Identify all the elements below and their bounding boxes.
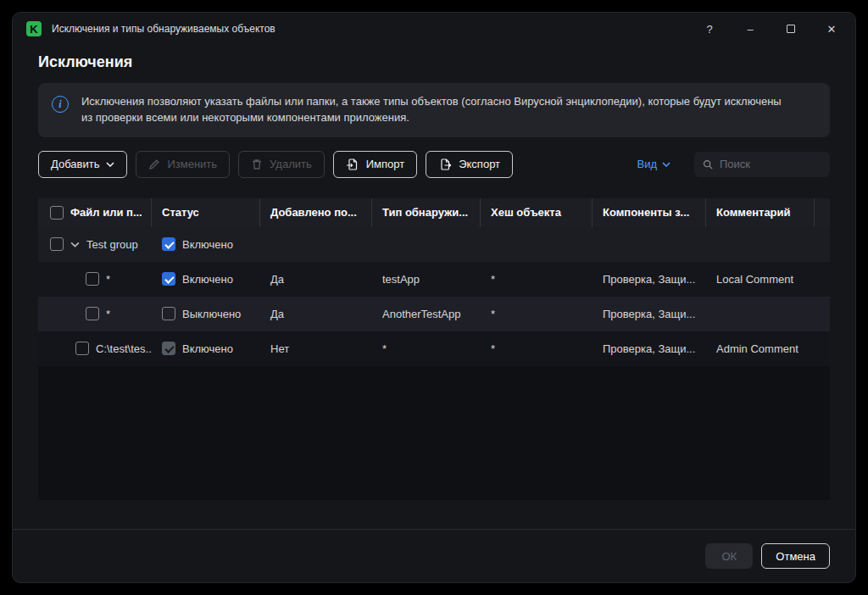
cell-comment: Admin Comment xyxy=(706,342,815,355)
view-dropdown[interactable]: Вид xyxy=(637,158,670,170)
status-label: Включено xyxy=(182,273,233,286)
maximize-icon xyxy=(787,25,795,33)
table-row[interactable]: * Выключено Да AnotherTestApp * Проверка… xyxy=(38,297,830,331)
header-comment[interactable]: Комментарий xyxy=(706,198,815,227)
search-input[interactable] xyxy=(720,158,821,170)
header-hash[interactable]: Хеш объекта xyxy=(481,198,593,227)
minimize-button[interactable]: – xyxy=(742,20,759,37)
expand-chevron-icon[interactable] xyxy=(70,242,80,247)
trash-icon xyxy=(251,158,263,170)
cell-hash: * xyxy=(481,342,593,355)
cell-added-by: Да xyxy=(260,308,372,320)
row-select-checkbox[interactable] xyxy=(86,307,99,320)
table-empty-area xyxy=(38,366,830,500)
status-checkbox[interactable] xyxy=(162,272,175,286)
status-label: Включено xyxy=(182,342,233,355)
status-checkbox[interactable] xyxy=(162,237,175,251)
cell-added-by: Да xyxy=(260,273,372,286)
maximize-button[interactable] xyxy=(782,20,799,37)
cancel-button[interactable]: Отмена xyxy=(761,543,830,569)
header-scrollbar-gutter xyxy=(815,198,830,227)
group-name: Test group xyxy=(86,238,138,251)
cell-comment: Local Comment xyxy=(706,273,815,286)
search-icon xyxy=(703,158,713,170)
cell-hash: * xyxy=(481,308,593,320)
window-controls: ? – ✕ xyxy=(701,20,840,37)
delete-button[interactable]: Удалить xyxy=(238,151,325,178)
status-checkbox[interactable] xyxy=(162,342,175,355)
status-label: Выключено xyxy=(182,308,241,320)
row-select-checkbox[interactable] xyxy=(50,237,64,251)
table-row[interactable]: C:\test\tes... Включено Нет * * Проверка… xyxy=(38,331,830,366)
footer-bar: ОК Отмена xyxy=(13,529,855,582)
window-title: Исключения и типы обнаруживаемых объекто… xyxy=(52,23,275,35)
ok-button[interactable]: ОК xyxy=(705,543,753,569)
export-icon xyxy=(438,158,452,171)
export-button[interactable]: Экспорт xyxy=(426,151,513,178)
chevron-down-icon xyxy=(106,162,114,167)
delete-button-label: Удалить xyxy=(270,158,312,170)
export-button-label: Экспорт xyxy=(459,158,500,170)
toolbar: Добавить Изменить Удалить Импорт Экспорт xyxy=(38,151,830,178)
cell-components: Проверка, Защи... xyxy=(593,273,706,286)
table-group-row[interactable]: Test group Включено xyxy=(38,227,830,262)
import-button-label: Импорт xyxy=(366,158,404,170)
help-button[interactable]: ? xyxy=(701,20,718,37)
title-bar: K Исключения и типы обнаруживаемых объек… xyxy=(13,13,855,45)
info-banner: i Исключения позволяют указать файлы или… xyxy=(38,83,830,137)
table-header-row: Файл или п... Статус Добавлено по... Тип… xyxy=(38,198,830,227)
cell-file: C:\test\tes... xyxy=(96,342,152,355)
status-label: Включено xyxy=(182,238,233,251)
info-banner-text: Исключения позволяют указать файлы или п… xyxy=(81,94,785,126)
cell-type: * xyxy=(372,342,481,355)
header-added-by[interactable]: Добавлено по... xyxy=(260,198,372,227)
header-type[interactable]: Тип обнаружи... xyxy=(372,198,481,227)
kaspersky-logo-icon: K xyxy=(26,21,42,36)
header-components[interactable]: Компоненты з... xyxy=(593,198,706,227)
close-button[interactable]: ✕ xyxy=(823,20,840,37)
row-select-checkbox[interactable] xyxy=(75,342,89,355)
status-checkbox[interactable] xyxy=(162,307,175,320)
header-file-label: Файл или п... xyxy=(70,206,142,219)
table-row[interactable]: * Включено Да testApp * Проверка, Защи..… xyxy=(38,262,830,297)
import-button[interactable]: Импорт xyxy=(333,151,417,178)
cell-file: * xyxy=(106,308,110,320)
app-window: K Исключения и типы обнаруживаемых объек… xyxy=(12,12,856,583)
content-area: Исключения i Исключения позволяют указат… xyxy=(13,45,855,529)
cell-components: Проверка, Защи... xyxy=(593,308,706,320)
import-icon xyxy=(346,158,359,171)
header-file[interactable]: Файл или п... xyxy=(38,198,152,227)
row-select-checkbox[interactable] xyxy=(86,272,99,286)
cell-file: * xyxy=(106,273,110,286)
cell-type: testApp xyxy=(372,273,481,286)
add-button[interactable]: Добавить xyxy=(38,151,127,178)
edit-button-label: Изменить xyxy=(167,158,217,170)
header-status[interactable]: Статус xyxy=(152,198,260,227)
add-button-label: Добавить xyxy=(51,158,99,170)
search-box xyxy=(694,152,830,177)
select-all-checkbox[interactable] xyxy=(50,206,64,220)
exclusions-table: Файл или п... Статус Добавлено по... Тип… xyxy=(38,198,830,500)
page-title: Исключения xyxy=(38,53,830,71)
chevron-down-icon xyxy=(662,162,670,167)
view-dropdown-label: Вид xyxy=(637,158,657,170)
edit-button[interactable]: Изменить xyxy=(136,151,230,178)
pencil-icon xyxy=(148,158,160,170)
info-icon: i xyxy=(52,96,69,113)
cell-added-by: Нет xyxy=(260,342,372,355)
cell-components: Проверка, Защи... xyxy=(593,342,706,355)
cell-hash: * xyxy=(481,273,593,286)
cell-type: AnotherTestApp xyxy=(372,308,481,320)
